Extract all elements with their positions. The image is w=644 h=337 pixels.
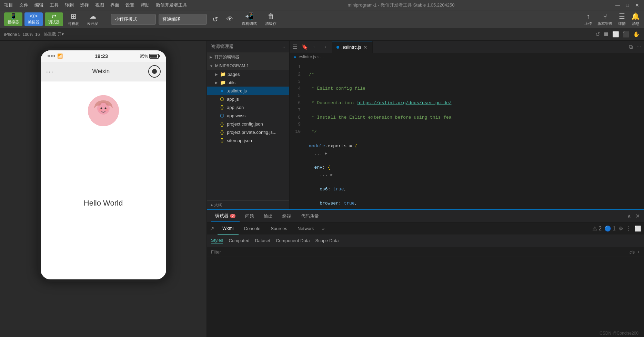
code-content[interactable]: /* * Eslint config file * Documentation:… bbox=[303, 61, 644, 209]
filter-plus[interactable]: + bbox=[637, 250, 640, 255]
file-appjson[interactable]: {} app.json bbox=[207, 103, 289, 111]
app-title: miniprogram-1 - 微信开发者工具 Stable 1.05.2204… bbox=[348, 2, 455, 8]
menu-file[interactable]: 文件 bbox=[19, 2, 28, 8]
notify-icon: 🔔 bbox=[631, 12, 640, 20]
styles-tab-dataset[interactable]: Dataset bbox=[255, 238, 270, 244]
more-tabs-button[interactable]: » bbox=[320, 226, 328, 231]
file-sitemap[interactable]: {} sitemap.json bbox=[207, 136, 289, 145]
devtools-tab-issues[interactable]: 问题 bbox=[241, 210, 258, 222]
wechat-dots[interactable]: ··· bbox=[46, 68, 54, 76]
menu-edit[interactable]: 编辑 bbox=[34, 2, 43, 8]
styles-tab-styles[interactable]: Styles bbox=[211, 238, 223, 244]
device-zoom: 100% bbox=[22, 32, 33, 37]
devtools-container: 调试器 2 问题 输出 终端 代码质量 bbox=[207, 209, 644, 337]
collapse-up-icon[interactable]: ∧ bbox=[627, 213, 631, 219]
file-pages[interactable]: ▶ 📁 pages bbox=[207, 70, 289, 78]
real-debug-button[interactable]: 📲 真机调试 bbox=[239, 11, 260, 27]
editor-button[interactable]: </> 编辑器 bbox=[24, 12, 43, 26]
code-line-9: browser: true, bbox=[309, 200, 644, 207]
devtools-close-icon[interactable]: ✕ bbox=[635, 213, 640, 219]
devtools-inner-tab-sources[interactable]: Sources bbox=[266, 222, 292, 235]
filter-input[interactable] bbox=[211, 249, 628, 255]
debugger-button[interactable]: ⇄ 调试器 bbox=[45, 12, 63, 26]
stop-icon[interactable]: ⏹ bbox=[603, 31, 609, 38]
tab-close-button[interactable]: ✕ bbox=[363, 44, 368, 50]
record-button[interactable] bbox=[148, 65, 161, 78]
settings-icon[interactable]: ⚙ bbox=[618, 225, 623, 232]
file-appwxss[interactable]: ⬡ app.wxss bbox=[207, 111, 289, 120]
section-miniprogram[interactable]: ▼ MINIPROGRAM-1 bbox=[207, 62, 289, 70]
hamburger-icon[interactable]: ☰ bbox=[292, 43, 297, 50]
file-project-private[interactable]: {} project.private.config.js... bbox=[207, 128, 289, 136]
split-editor-icon[interactable]: ⧉ bbox=[629, 44, 633, 50]
file-utils[interactable]: ▶ 📁 utils bbox=[207, 78, 289, 87]
simulator-button[interactable]: 📱 模拟器 bbox=[4, 12, 22, 26]
styles-tab-component-data[interactable]: Component Data bbox=[276, 238, 310, 244]
devtools-tab-quality[interactable]: 代码质量 bbox=[297, 210, 323, 222]
devtools-inner-tab-wxml[interactable]: Wxml bbox=[218, 222, 239, 235]
menu-tools[interactable]: 工具 bbox=[50, 2, 59, 8]
detail-button[interactable]: ☰ 详情 bbox=[618, 12, 626, 26]
filter-cls[interactable]: .cls bbox=[628, 250, 635, 255]
notify-button[interactable]: 🔔 消息 bbox=[631, 12, 640, 26]
code-line-3: * Documentation: https://eslint.org/docs… bbox=[309, 100, 644, 107]
more-options-icon[interactable]: ⋮ bbox=[626, 225, 632, 232]
touch-icon[interactable]: ✋ bbox=[633, 31, 640, 38]
mode-select[interactable]: 小程序模式 bbox=[111, 14, 156, 25]
minimize-button[interactable]: — bbox=[615, 2, 621, 8]
menu-project[interactable]: 项目 bbox=[4, 2, 13, 8]
hot-reload-toggle[interactable]: 热重载 开▾ bbox=[44, 31, 63, 37]
menu-interface[interactable]: 界面 bbox=[110, 2, 119, 8]
file-eslintrc[interactable]: ● .eslintrc.js bbox=[207, 87, 289, 95]
visual-button[interactable]: ⊞ 可视化 bbox=[65, 11, 82, 27]
menu-help[interactable]: 帮助 bbox=[141, 2, 150, 8]
device-name: iPhone 5 bbox=[4, 32, 20, 37]
file-project-config[interactable]: {} project.config.json bbox=[207, 120, 289, 128]
clear-cache-button[interactable]: 🗑 清缓存 bbox=[262, 12, 279, 27]
rotate-icon[interactable]: ↺ bbox=[595, 31, 600, 38]
bookmark-icon[interactable]: 🔖 bbox=[301, 43, 308, 50]
open-editors-label: 打开的编辑器 bbox=[214, 54, 239, 60]
styles-tab-computed[interactable]: Computed bbox=[229, 238, 249, 244]
devtools-tab-output[interactable]: 输出 bbox=[260, 210, 277, 222]
devtools-cursor-icon[interactable]: ↗ bbox=[210, 225, 214, 232]
devtools-tab-terminal[interactable]: 终端 bbox=[278, 210, 295, 222]
upload-button[interactable]: ↑ 上传 bbox=[584, 12, 592, 26]
forward-icon[interactable]: → bbox=[322, 44, 328, 50]
compile-select[interactable]: 普通编译 bbox=[159, 14, 207, 25]
styles-tab-scope-data[interactable]: Scope Data bbox=[315, 238, 339, 244]
more-actions-icon[interactable]: ··· bbox=[637, 44, 641, 50]
signal-dots: ••••• bbox=[48, 53, 56, 59]
editor-tab-eslintrc[interactable]: .eslintrc.js ✕ bbox=[332, 41, 373, 53]
file-appjs[interactable]: ⬡ app.js bbox=[207, 95, 289, 103]
refresh-button[interactable]: ↺ bbox=[210, 14, 221, 24]
clear-cache-label: 清缓存 bbox=[265, 21, 276, 26]
back-icon[interactable]: ← bbox=[312, 44, 318, 50]
devtools-tab-debugger[interactable]: 调试器 2 bbox=[211, 210, 240, 222]
warning-icon: ⚠ bbox=[592, 225, 597, 232]
expand-icon[interactable]: ⬛ bbox=[623, 31, 630, 38]
devtools-inner-tab-network[interactable]: Network bbox=[293, 222, 319, 235]
code-token-link[interactable]: https://eslint.org/docs/user-guide/ bbox=[357, 100, 451, 106]
collapse-icon-env[interactable]: ▶ bbox=[330, 173, 333, 177]
breadcrumb-file[interactable]: .eslintrc.js bbox=[298, 54, 316, 59]
menu-settings[interactable]: 设置 bbox=[125, 2, 134, 8]
undock-icon[interactable]: ⬜ bbox=[634, 225, 641, 232]
maximize-button[interactable]: □ bbox=[625, 2, 630, 8]
file-outline[interactable]: ▸ 大纲 bbox=[207, 200, 289, 209]
menu-wechat-devtools[interactable]: 微信开发者工具 bbox=[156, 2, 187, 8]
menu-goto[interactable]: 转到 bbox=[65, 2, 74, 8]
file-panel-more-icon[interactable]: ··· bbox=[281, 44, 285, 49]
mode-select-wrapper: 小程序模式 bbox=[111, 14, 156, 25]
devtools-inner-tab-console[interactable]: Console bbox=[239, 222, 265, 235]
section-open-editors[interactable]: ▶ 打开的编辑器 bbox=[207, 52, 289, 62]
close-button[interactable]: ✕ bbox=[634, 2, 640, 8]
menu-view[interactable]: 视图 bbox=[95, 2, 104, 8]
version-button[interactable]: ⑂ 版本管理 bbox=[597, 12, 613, 26]
collapse-icon[interactable]: ▶ bbox=[325, 151, 328, 156]
menu-select[interactable]: 选择 bbox=[80, 2, 89, 8]
error-count: 1 bbox=[613, 226, 616, 232]
cloud-button[interactable]: ☁ 云开发 bbox=[84, 11, 101, 27]
preview-button[interactable]: 👁 bbox=[224, 14, 236, 24]
tablet-icon[interactable]: ⬜ bbox=[612, 31, 619, 38]
